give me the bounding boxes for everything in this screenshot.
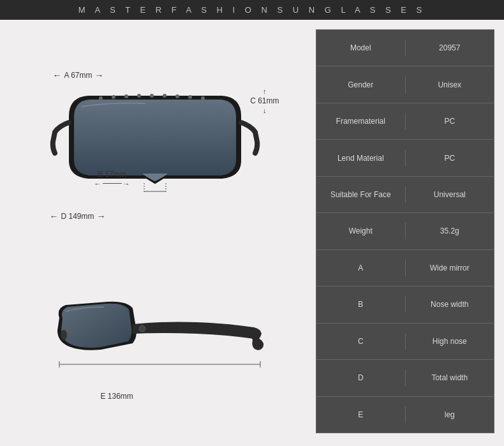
svg-point-12 [61,330,67,340]
svg-point-7 [188,95,192,99]
spec-value: Nose width [406,296,494,313]
side-view-diagram: E 136mm [37,276,279,404]
spec-row: Eleg [316,397,494,433]
arrow-right-icon: → [95,70,104,80]
svg-point-8 [201,96,205,100]
svg-point-3 [137,94,141,98]
dim-b-container: B 17mm ← → [94,170,130,188]
spec-row: FramematerialPC [316,103,494,140]
spec-row: GenderUnisex [316,66,494,103]
spec-value: 35.2g [406,223,494,239]
spec-row: CHigh nose [316,323,494,360]
spec-value: PC [406,113,494,130]
spec-value: Unisex [406,77,494,93]
svg-point-4 [150,94,154,98]
svg-point-2 [124,94,128,98]
dim-c-label: C 61mm [250,96,279,105]
spec-label: A [316,260,406,276]
spec-row: AWide mirror [316,250,494,286]
spec-row: Suitable For FaceUniversal [316,177,494,213]
spec-label: D [316,369,406,386]
spec-row: Model20957 [316,30,494,66]
glasses-side-svg [50,289,267,378]
svg-point-0 [99,96,103,100]
spec-value: Wide mirror [406,260,494,276]
glasses-front-svg [50,84,260,199]
spec-label: Lend Material [316,150,406,167]
spec-value: Universal [406,186,494,203]
spec-value: Total width [406,369,494,386]
header-title: M A S T E R F A S H I O N S U N G L A S … [0,0,504,20]
spec-value: High nose [406,333,494,350]
dim-b-label: B 17mm [98,170,126,179]
dim-d-label: D 149mm [61,212,94,221]
spec-value: PC [406,150,494,167]
spec-label: Gender [316,77,406,93]
spec-label: Suitable For Face [316,186,406,203]
spec-row: Weight35.2g [316,213,494,249]
arrow-left-icon: ← [53,70,62,80]
svg-point-1 [112,95,115,99]
diagram-panel: ← A 67mm → [0,20,316,443]
svg-point-5 [163,94,167,98]
spec-label: Model [316,40,406,56]
dim-e-label: E 136mm [101,392,133,401]
spec-row: DTotal width [316,360,494,396]
svg-point-13 [139,325,145,332]
front-view-diagram: ← A 67mm → [37,65,279,225]
spec-label: B [316,296,406,313]
spec-label: Framematerial [316,113,406,130]
brand-name: M A S T E R F A S H I O N S U N G L A S … [78,5,426,15]
spec-row: BNose width [316,286,494,323]
spec-value: leg [406,406,494,423]
spec-label: C [316,333,406,350]
spec-label: E [316,406,406,423]
spec-value: 20957 [406,40,494,56]
spec-table: Model20957GenderUnisexFramematerialPCLen… [316,29,494,433]
spec-label: Weight [316,223,406,239]
svg-point-6 [175,94,179,98]
dim-a-label: A 67mm [64,71,93,80]
spec-row: Lend MaterialPC [316,140,494,176]
